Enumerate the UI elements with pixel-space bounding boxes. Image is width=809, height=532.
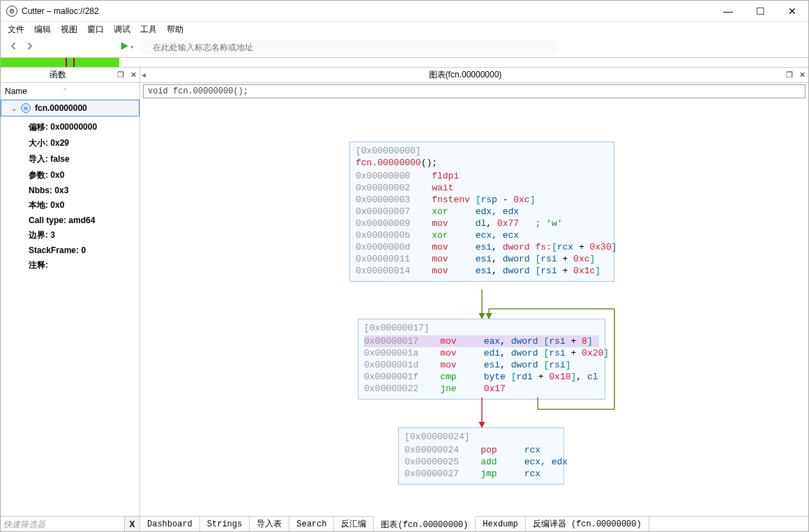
fn-prop: Call type: amd64: [1, 213, 139, 227]
menu-工具[interactable]: 工具: [140, 24, 157, 36]
functions-panel-header: 函数 ❐ ✕: [1, 68, 139, 83]
window-title: Cutter – malloc://282: [22, 6, 99, 16]
fn-prop: 边界: 3: [1, 227, 139, 243]
menu-窗口[interactable]: 窗口: [87, 24, 104, 36]
menu-调试[interactable]: 调试: [114, 24, 130, 36]
bottom-tab[interactable]: Hexdump: [476, 517, 525, 531]
graph-canvas[interactable]: [0x00000000]fcn.00000000();0x00000000 fl…: [140, 100, 808, 516]
bottom-tab[interactable]: 反汇编: [334, 517, 374, 531]
quick-filter-input[interactable]: [1, 517, 124, 531]
menu-帮助[interactable]: 帮助: [167, 24, 183, 36]
titlebar: ⚙ Cutter – malloc://282 — ☐ ✕: [1, 1, 808, 22]
menu-文件[interactable]: 文件: [8, 24, 24, 36]
close-graph-panel-icon[interactable]: ✕: [796, 69, 808, 82]
address-progress-bar[interactable]: [1, 58, 808, 68]
bottom-tab[interactable]: 导入表: [250, 517, 289, 531]
basic-block[interactable]: [0x00000000]fcn.00000000();0x00000000 fl…: [349, 142, 614, 282]
tree-expand-icon[interactable]: ⌄: [11, 105, 17, 112]
forward-icon[interactable]: [23, 40, 36, 54]
bottom-tab[interactable]: Search: [289, 517, 334, 531]
fn-prop: Nbbs: 0x3: [1, 183, 139, 197]
graph-panel-title: 图表(fcn.00000000): [147, 69, 783, 81]
menu-编辑[interactable]: 编辑: [34, 24, 51, 36]
bottom-tabs: DashboardStrings导入表Search反汇编图表(fcn.00000…: [140, 516, 808, 531]
fn-prop: 导入: false: [1, 151, 139, 167]
fn-prop: 本地: 0x0: [1, 197, 139, 213]
panel-menu-icon[interactable]: ◄: [140, 71, 147, 79]
function-name-label: fcn.00000000: [35, 103, 87, 113]
graph-panel-header: ◄ 图表(fcn.00000000) ❐ ✕: [140, 68, 808, 83]
run-dropdown-icon[interactable]: ▾: [130, 44, 133, 50]
toolbar: ▾: [1, 37, 808, 58]
menu-视图[interactable]: 视图: [61, 24, 77, 36]
fn-prop: 大小: 0x29: [1, 135, 139, 151]
restore-panel-icon[interactable]: ❐: [114, 69, 127, 82]
fn-prop: 偏移: 0x00000000: [1, 119, 139, 135]
menubar: 文件编辑视图窗口调试工具帮助: [1, 22, 808, 37]
bottom-tab[interactable]: Strings: [200, 517, 250, 531]
function-signature[interactable]: void fcn.00000000();: [143, 84, 806, 98]
fn-prop: StackFrame: 0: [1, 243, 139, 257]
function-row-selected[interactable]: ⌄ fx fcn.00000000: [1, 100, 139, 116]
bottom-tab[interactable]: 反编译器 (fcn.00000000): [526, 517, 649, 531]
bottom-tab[interactable]: 图表(fcn.00000000): [374, 516, 476, 531]
bottom-tab[interactable]: Dashboard: [140, 517, 200, 531]
close-button[interactable]: ✕: [776, 1, 808, 22]
tree-column-header[interactable]: Name: [1, 83, 139, 100]
minimize-button[interactable]: —: [712, 1, 744, 22]
fn-prop: 注释:: [1, 257, 139, 273]
maximize-button[interactable]: ☐: [744, 1, 776, 22]
clear-filter-button[interactable]: X: [124, 517, 139, 531]
fn-prop: 参数: 0x0: [1, 167, 139, 183]
close-panel-icon[interactable]: ✕: [127, 69, 139, 82]
function-icon: fx: [21, 103, 31, 113]
basic-block[interactable]: [0x00000024]0x00000024 pop rcx0x00000025…: [398, 427, 564, 485]
panel-title: 函数: [1, 69, 114, 81]
command-input[interactable]: [140, 40, 559, 54]
back-icon[interactable]: [8, 40, 20, 54]
app-logo-icon: ⚙: [6, 6, 17, 17]
run-button[interactable]: [119, 41, 129, 53]
restore-graph-panel-icon[interactable]: ❐: [783, 69, 796, 82]
basic-block[interactable]: [0x00000017]0x00000017 mov eax, dword [r…: [358, 319, 605, 400]
